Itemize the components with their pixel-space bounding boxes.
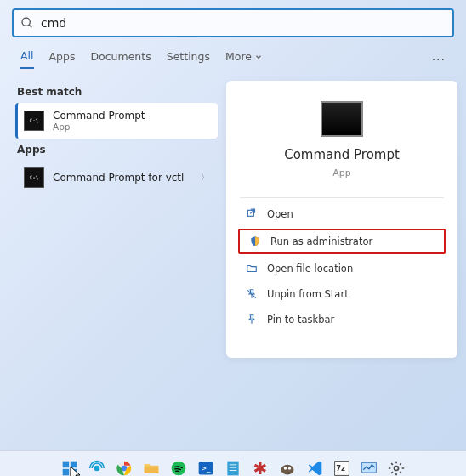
shield-icon [248,235,262,248]
taskbar-app-7zip[interactable]: 7z [330,456,354,477]
svg-point-15 [172,461,186,475]
action-label: Open [267,208,293,220]
command-prompt-icon: C:\ [24,167,44,188]
apps-label: Apps [17,144,216,156]
taskbar-app-vscode[interactable] [303,456,327,477]
search-icon [20,16,34,30]
result-command-prompt-vctl[interactable]: C:\ Command Prompt for vctl 〉 [15,161,218,195]
search-input[interactable] [41,16,446,30]
tab-documents[interactable]: Documents [90,50,151,68]
svg-line-1 [29,25,31,27]
taskbar-app-puzzle[interactable]: ✱ [248,456,272,477]
taskbar-app-terminal[interactable]: >_ [194,456,218,477]
best-match-label: Best match [17,86,216,98]
unpin-icon [245,287,259,301]
result-command-prompt[interactable]: C:\ Command Prompt App [15,103,218,139]
svg-rect-7 [63,461,70,468]
svg-point-22 [281,464,294,474]
taskbar-app-settings[interactable] [384,456,408,477]
action-label: Unpin from Start [267,288,349,300]
start-search-panel: All Apps Documents Settings More ··· Bes… [0,8,466,476]
details-title: Command Prompt [284,147,400,162]
action-label: Run as administrator [270,235,372,247]
action-label: Open file location [267,263,353,275]
open-icon [245,207,259,221]
tab-all[interactable]: All [20,49,34,69]
taskbar-app-podcast[interactable] [85,456,109,477]
result-title: Command Prompt for vctl [53,172,184,184]
search-bar[interactable] [12,8,454,37]
details-pane: Command Prompt App Open Run as administr… [226,81,457,358]
action-unpin-from-start[interactable]: Unpin from Start [235,281,449,307]
chevron-down-icon [254,53,263,61]
svg-rect-18 [227,461,238,475]
search-tabs: All Apps Documents Settings More ··· [0,37,466,77]
taskbar-app-gimp[interactable] [276,456,299,477]
mouse-cursor [70,466,83,476]
taskbar-app-chrome[interactable] [112,456,136,477]
svg-point-11 [95,466,99,470]
svg-rect-9 [63,468,70,475]
tab-apps[interactable]: Apps [49,50,76,68]
svg-point-24 [288,467,291,469]
tab-more[interactable]: More [225,50,263,68]
taskbar-app-notepad[interactable] [221,456,245,477]
svg-text:>_: >_ [201,463,211,472]
taskbar-app-explorer[interactable] [139,456,163,477]
svg-text:7z: 7z [336,464,345,473]
result-title: Command Prompt [53,110,145,122]
chevron-right-icon: 〉 [201,172,209,184]
folder-icon [245,262,259,275]
tab-settings[interactable]: Settings [167,50,210,68]
app-icon-large [321,101,363,137]
action-run-as-administrator[interactable]: Run as administrator [238,229,446,254]
svg-point-28 [395,466,399,470]
divider [240,197,444,198]
action-pin-to-taskbar[interactable]: Pin to taskbar [235,307,449,332]
taskbar-app-spotify[interactable] [167,456,190,477]
svg-point-0 [22,18,30,26]
command-prompt-icon: C:\ [24,110,44,131]
taskbar-app-monitor[interactable] [357,456,381,477]
svg-point-23 [284,467,287,469]
result-subtitle: App [53,122,145,132]
more-options-button[interactable]: ··· [432,53,446,66]
pin-icon [245,313,259,326]
details-subtitle: App [332,167,351,178]
action-label: Pin to taskbar [267,314,334,326]
action-open[interactable]: Open [235,201,449,227]
svg-rect-14 [145,466,159,473]
action-open-file-location[interactable]: Open file location [235,256,449,281]
results-list: Best match C:\ Command Prompt App Apps C… [15,81,218,358]
